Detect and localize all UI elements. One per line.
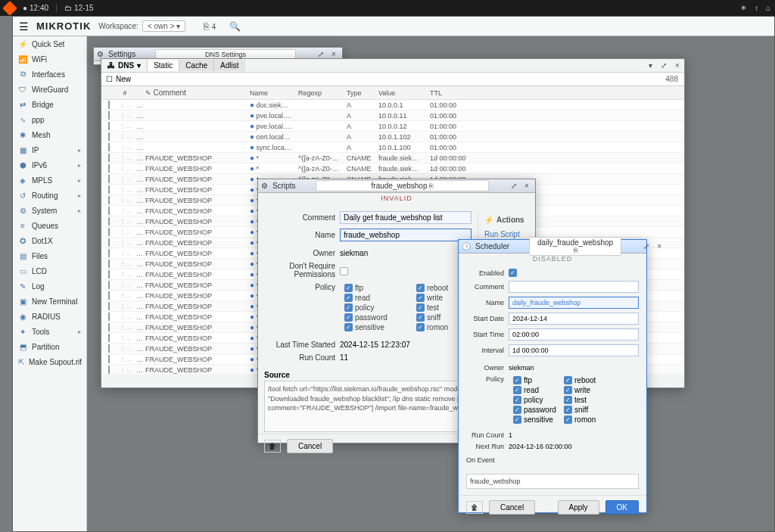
interval-field[interactable] [509,344,639,356]
table-row[interactable]: ⋮⋮ … ● sync.local.si... A 10.0.1.100 01:… [101,142,684,153]
sidebar-item-lcd[interactable]: ▭LCD [13,263,86,278]
policy-policy[interactable]: policy [344,303,409,312]
sidebar-item-files[interactable]: ▤Files [13,248,86,263]
policy-checkbox[interactable] [344,313,353,322]
row-checkbox[interactable] [108,164,110,173]
policy-read[interactable]: read [513,386,562,394]
scheduler-window[interactable]: 🕓 Scheduler daily_fraude_webshop ⎘ ⤢ × D… [458,239,647,513]
drag-handle[interactable]: ⋮⋮ [117,271,133,278]
drag-handle[interactable]: ⋮⋮ [117,250,133,257]
sidebar-item-tools[interactable]: ✦Tools▸ [13,324,86,339]
drag-handle[interactable]: ⋮⋮ [117,356,133,362]
cancel-button[interactable]: Cancel [287,439,333,453]
sidebar-item-ipv6[interactable]: ⬢IPv6▸ [13,157,86,173]
drag-handle[interactable]: ⋮⋮ [117,239,133,246]
row-checkbox[interactable] [108,366,110,374]
tab-static[interactable]: Static [147,60,179,71]
sidebar-item-wifi[interactable]: 📶WiFi [13,51,86,67]
workspace-selector[interactable]: Workspace: < own > ▾ [98,20,185,32]
row-checkbox[interactable] [108,238,110,247]
policy-sensitive[interactable]: sensitive [513,415,562,424]
sidebar-item-system[interactable]: ⚙System▸ [13,203,86,218]
table-row[interactable]: ⋮⋮ … FRAUDE_WEBSHOP ● * ^([a-zA-Z0-9-]+.… [101,163,684,174]
policy-reboot[interactable]: reboot [564,376,609,384]
close-icon[interactable]: × [654,241,665,252]
sidebar-item-ppp[interactable]: ∿ppp [13,112,86,127]
drag-handle[interactable]: ⋮⋮ [117,101,133,108]
row-checkbox[interactable] [108,228,110,236]
row-checkbox[interactable] [108,185,110,194]
row-checkbox[interactable] [108,207,110,215]
comment-field[interactable] [340,211,472,224]
enabled-checkbox[interactable] [509,269,517,277]
sidebar-item-new-terminal[interactable]: ▣New Terminal [13,294,86,309]
policy-checkbox[interactable] [513,406,521,414]
policy-checkbox[interactable] [416,284,425,292]
drag-handle[interactable]: ⋮⋮ [117,154,133,161]
dont-require-checkbox[interactable] [340,267,348,275]
policy-romon[interactable]: romon [564,415,609,424]
row-checkbox[interactable] [108,355,110,363]
sidebar-item-ip[interactable]: ▦IP▸ [13,142,86,157]
policy-checkbox[interactable] [416,294,425,302]
start-date-field[interactable] [509,313,639,325]
drag-handle[interactable]: ⋮⋮ [117,218,133,225]
policy-password[interactable]: password [344,313,409,322]
row-checkbox[interactable] [108,313,110,321]
drag-handle[interactable]: ⋮⋮ [117,197,133,204]
search-icon[interactable]: 🔍 [226,20,244,33]
apply-button[interactable]: Apply [558,500,599,515]
policy-ftp[interactable]: ftp [344,284,409,292]
policy-checkbox[interactable] [513,386,521,394]
drag-handle[interactable]: ⋮⋮ [117,260,133,267]
policy-ftp[interactable]: ftp [513,376,562,384]
row-checkbox[interactable] [108,260,110,268]
start-time-field[interactable] [509,328,639,341]
sidebar-item-dot1x[interactable]: ✪Dot1X [13,233,86,248]
tray-icon[interactable]: ☀ [740,4,747,12]
drag-handle[interactable]: ⋮⋮ [117,229,133,235]
table-row[interactable]: ⋮⋮ … FRAUDE_WEBSHOP ● * ^([a-zA-Z0-9-]+.… [101,153,684,163]
scheduler-tab[interactable]: daily_fraude_webshop ⎘ [529,237,621,256]
drag-handle[interactable]: ⋮⋮ [117,292,133,299]
row-checkbox[interactable] [108,302,110,310]
sidebar-item-routing[interactable]: ↺Routing▸ [13,188,86,203]
policy-checkbox[interactable] [344,284,353,292]
drag-handle[interactable]: ⋮⋮ [117,112,133,119]
policy-checkbox[interactable] [344,294,353,302]
sidebar-item-interfaces[interactable]: ⧉Interfaces [13,67,86,82]
row-checkbox[interactable] [108,143,110,151]
row-checkbox[interactable] [108,249,110,257]
tray-icon[interactable]: ⌂ [766,4,770,12]
row-checkbox[interactable] [108,101,110,109]
policy-checkbox[interactable] [344,303,353,312]
tab-adlist[interactable]: Adlist [213,60,244,71]
table-row[interactable]: ⋮⋮ … ● pve.local.sie... A 10.0.0.12 01:0… [101,121,684,132]
policy-password[interactable]: password [513,406,562,414]
policy-read[interactable]: read [344,294,409,302]
expand-icon[interactable]: ⤢ [509,181,519,191]
drag-handle[interactable]: ⋮⋮ [117,186,133,193]
filter-icon[interactable]: ▾ [643,61,657,70]
row-checkbox[interactable] [108,196,110,204]
row-checkbox[interactable] [108,281,110,289]
drag-handle[interactable]: ⋮⋮ [117,133,133,140]
policy-checkbox[interactable] [416,303,425,312]
policy-checkbox[interactable] [513,396,521,404]
sidebar-item-mpls[interactable]: ◈MPLS▸ [13,173,86,188]
sessions-icon[interactable]: ⎘ 4 [201,20,219,33]
row-checkbox[interactable] [108,154,110,162]
row-checkbox[interactable] [108,323,110,331]
sched-comment-field[interactable] [509,281,639,293]
drag-handle[interactable]: ⋮⋮ [117,176,133,182]
drag-handle[interactable]: ⋮⋮ [117,207,133,214]
policy-checkbox[interactable] [564,396,572,404]
drag-handle[interactable]: ⋮⋮ [117,366,133,373]
close-icon[interactable]: × [671,61,684,70]
tray-icon[interactable]: ↕ [755,4,758,12]
activities-icon[interactable] [2,1,17,16]
cancel-button[interactable]: Cancel [489,500,535,515]
run-script-link[interactable]: Run Script [484,229,529,240]
on-event-box[interactable]: fraude_webshop [466,474,639,489]
drag-handle[interactable]: ⋮⋮ [117,345,133,352]
